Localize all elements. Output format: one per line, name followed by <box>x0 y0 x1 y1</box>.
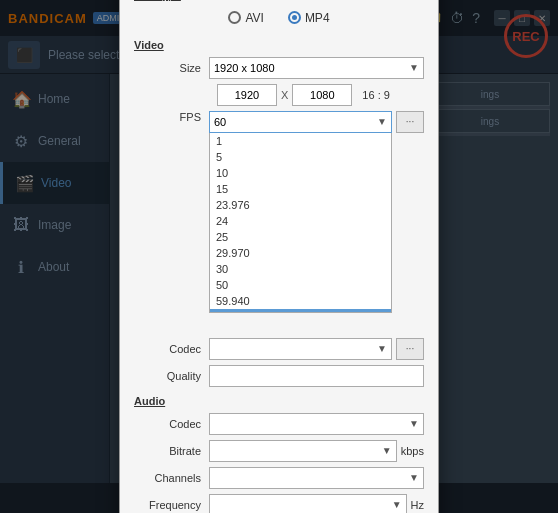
radio-label-avi: AVI <box>245 11 263 25</box>
audio-freq-row: Frequency ▼ Hz <box>134 494 424 514</box>
size-width-input[interactable]: 1920 <box>217 84 277 106</box>
codec-row: Codec ▼ ··· <box>134 338 424 360</box>
radio-mp4[interactable]: MP4 <box>288 11 330 25</box>
audio-bitrate-label: Bitrate <box>134 445 209 457</box>
freq-unit: Hz <box>411 499 424 511</box>
quality-control[interactable] <box>209 365 424 387</box>
fps-dropdown-arrow: ▼ <box>377 116 387 127</box>
codec-dropdown[interactable]: ▼ <box>209 338 392 360</box>
quality-row: Quality <box>134 365 424 387</box>
codec-dropdown-arrow: ▼ <box>377 343 387 354</box>
audio-codec-dropdown[interactable]: ▼ <box>209 413 424 435</box>
fps-option-25[interactable]: 25 <box>210 229 391 245</box>
audio-bitrate-row: Bitrate ▼ kbps <box>134 440 424 462</box>
audio-freq-arrow: ▼ <box>392 499 402 510</box>
audio-codec-row: Codec ▼ <box>134 413 424 435</box>
fps-option-29.970[interactable]: 29.970 <box>210 245 391 261</box>
size-inputs-row: 1920 X 1080 16 : 9 <box>217 84 424 106</box>
audio-bitrate-dropdown[interactable]: ▼ <box>209 440 397 462</box>
fps-option-24[interactable]: 24 <box>210 213 391 229</box>
size-row: Size 1920 x 1080 ▼ <box>134 57 424 79</box>
fps-input[interactable]: 60 ▼ <box>209 111 392 133</box>
audio-section: Audio Codec ▼ Bitrate ▼ kbps <box>134 395 424 514</box>
fps-option-1[interactable]: 1 <box>210 133 391 149</box>
audio-channels-arrow: ▼ <box>409 472 419 483</box>
size-label: Size <box>134 62 209 74</box>
file-type-section: File Type AVI MP4 <box>134 0 424 29</box>
fps-option-59.940[interactable]: 59.940 <box>210 293 391 309</box>
fps-dropdown-container: 60 ▼ 15101523.976242529.970305059.940601… <box>209 111 392 133</box>
audio-bitrate-arrow: ▼ <box>382 445 392 456</box>
aspect-ratio: 16 : 9 <box>362 89 390 101</box>
audio-freq-dropdown[interactable]: ▼ <box>209 494 407 514</box>
radio-label-mp4: MP4 <box>305 11 330 25</box>
app-window: BANDICAM ADMIN UNREGISTERED 🔒 📁 ⏱ ? ─ □ … <box>0 0 558 513</box>
audio-channels-dropdown[interactable]: ▼ <box>209 467 424 489</box>
audio-channels-row: Channels ▼ <box>134 467 424 489</box>
size-dropdown[interactable]: 1920 x 1080 ▼ <box>209 57 424 79</box>
radio-dot-mp4 <box>292 15 297 20</box>
dialog-body: File Type AVI MP4 Video <box>120 0 438 513</box>
fps-option-50[interactable]: 50 <box>210 277 391 293</box>
file-type-radio-row: AVI MP4 <box>134 7 424 29</box>
fps-option-60[interactable]: 60 <box>210 309 391 313</box>
fps-option-15[interactable]: 15 <box>210 181 391 197</box>
audio-channels-label: Channels <box>134 472 209 484</box>
radio-circle-avi <box>228 11 241 24</box>
radio-circle-mp4 <box>288 11 301 24</box>
video-label: Video <box>134 39 424 51</box>
size-value: 1920 x 1080 <box>214 62 275 74</box>
fps-option-30[interactable]: 30 <box>210 261 391 277</box>
radio-avi[interactable]: AVI <box>228 11 263 25</box>
x-separator: X <box>281 89 288 101</box>
fps-row: FPS 60 ▼ 15101523.976242529.970305059.94… <box>134 111 424 133</box>
fps-current-value: 60 <box>214 116 226 128</box>
codec-label: Codec <box>134 343 209 355</box>
quality-label: Quality <box>134 370 209 382</box>
video-section: Video Size 1920 x 1080 ▼ 1920 X <box>134 39 424 387</box>
file-type-label: File Type <box>134 0 424 1</box>
fps-settings-button[interactable]: ··· <box>396 111 424 133</box>
fps-option-5[interactable]: 5 <box>210 149 391 165</box>
format-settings-dialog: Format settings ✕ File Type AVI MP4 <box>119 0 439 513</box>
audio-label: Audio <box>134 395 424 407</box>
fps-dropdown: 15101523.976242529.970305059.94060120144… <box>209 133 392 313</box>
fps-option-10[interactable]: 10 <box>210 165 391 181</box>
audio-codec-label: Codec <box>134 418 209 430</box>
fps-option-23.976[interactable]: 23.976 <box>210 197 391 213</box>
bitrate-unit: kbps <box>401 445 424 457</box>
size-dropdown-arrow: ▼ <box>409 62 419 73</box>
fps-label: FPS <box>134 111 209 123</box>
codec-settings-button[interactable]: ··· <box>396 338 424 360</box>
audio-freq-label: Frequency <box>134 499 209 511</box>
size-height-input[interactable]: 1080 <box>292 84 352 106</box>
audio-codec-arrow: ▼ <box>409 418 419 429</box>
